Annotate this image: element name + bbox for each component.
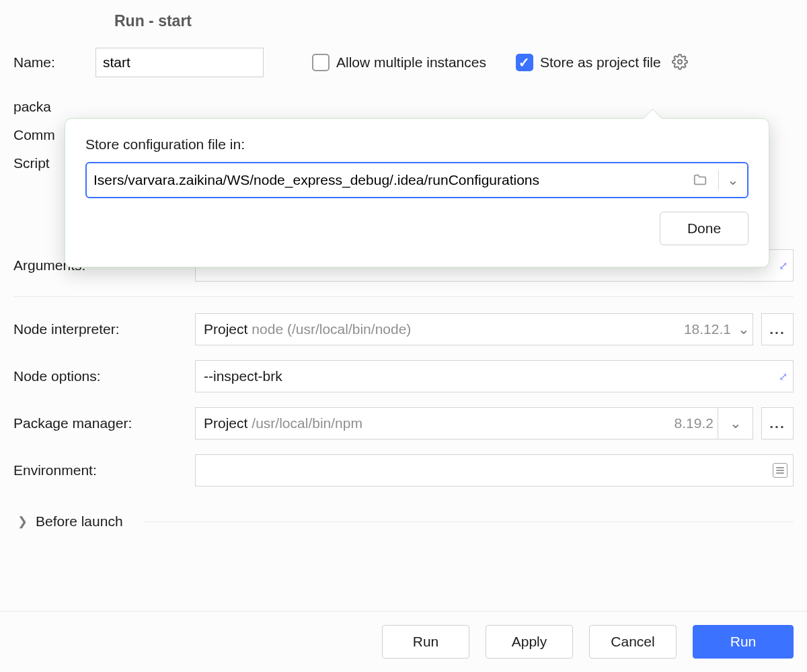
- folder-icon[interactable]: [682, 163, 718, 197]
- store-config-popover: Store configuration file in: ⌄ Done: [65, 118, 769, 267]
- list-icon[interactable]: [773, 463, 787, 478]
- chevron-down-icon[interactable]: ⌄: [719, 163, 747, 197]
- svg-point-0: [678, 60, 682, 64]
- node-interpreter-label: Node interpreter:: [13, 321, 187, 337]
- environment-label: Environment:: [13, 462, 187, 478]
- divider: [13, 296, 794, 297]
- node-options-input[interactable]: --inspect-brk ⤢: [195, 360, 794, 392]
- environment-input[interactable]: [195, 454, 794, 487]
- package-manager-path: /usr/local/bin/npm: [252, 415, 362, 431]
- allow-multiple-label: Allow multiple instances: [336, 54, 486, 71]
- node-interpreter-version: 18.12.1: [684, 321, 731, 337]
- package-manager-browse-button[interactable]: ...: [761, 407, 794, 439]
- divider: [143, 521, 794, 522]
- chevron-right-icon[interactable]: ❯: [13, 514, 28, 529]
- store-project-file-label: Store as project file: [540, 54, 661, 71]
- before-launch-label[interactable]: Before launch: [36, 513, 123, 530]
- chevron-down-icon[interactable]: ⌄: [718, 408, 753, 439]
- done-button[interactable]: Done: [660, 212, 748, 245]
- package-manager-select[interactable]: Project /usr/local/bin/npm 8.19.2 ⌄: [195, 407, 753, 439]
- node-options-value: --inspect-brk: [204, 368, 282, 384]
- node-interpreter-select[interactable]: Project node (/usr/local/bin/node) 18.12…: [195, 313, 753, 345]
- store-config-label: Store configuration file in:: [85, 136, 748, 153]
- name-input[interactable]: [95, 48, 264, 77]
- node-interpreter-browse-button[interactable]: ...: [761, 313, 794, 345]
- node-interpreter-prefix: Project: [204, 321, 247, 337]
- package-manager-label: Package manager:: [13, 415, 187, 431]
- chevron-down-icon[interactable]: ⌄: [735, 321, 753, 337]
- dialog-title: Run - start: [0, 0, 807, 48]
- run-primary-button[interactable]: Run: [693, 625, 794, 659]
- store-config-path-input[interactable]: [87, 163, 682, 197]
- package-json-label: packa: [13, 99, 182, 115]
- store-project-file-checkbox[interactable]: ✓: [516, 54, 533, 71]
- package-manager-prefix: Project: [204, 415, 247, 431]
- name-label: Name:: [13, 54, 95, 71]
- allow-multiple-checkbox[interactable]: [312, 54, 330, 71]
- gear-icon[interactable]: [672, 54, 689, 71]
- cancel-button[interactable]: Cancel: [589, 625, 677, 659]
- expand-icon[interactable]: ⤢: [779, 370, 787, 383]
- node-interpreter-path: node (/usr/local/bin/node): [252, 321, 411, 337]
- node-options-label: Node options:: [13, 368, 187, 384]
- apply-button[interactable]: Apply: [486, 625, 573, 659]
- run-button[interactable]: Run: [382, 625, 469, 659]
- package-manager-version: 8.19.2: [675, 415, 714, 431]
- expand-icon[interactable]: ⤢: [779, 259, 787, 272]
